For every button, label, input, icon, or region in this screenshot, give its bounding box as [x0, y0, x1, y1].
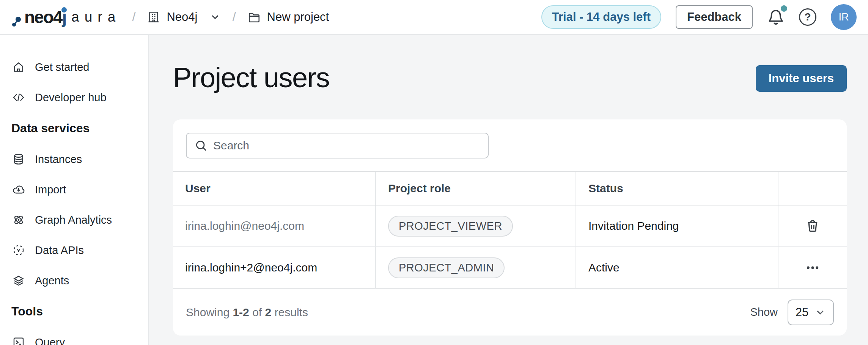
brand-product-label: aura	[71, 9, 121, 25]
sidebar-item-label: Import	[35, 183, 66, 196]
delete-user-button[interactable]	[805, 218, 821, 234]
sidebar-section-tools: Tools	[0, 296, 148, 327]
page-size-select[interactable]: 25	[788, 300, 834, 325]
neo4j-aura-console: neo4j aura / Neo4j / New project	[0, 0, 868, 345]
sidebar-item-developer-hub[interactable]: Developer hub	[0, 82, 148, 113]
topbar-actions: Trial - 14 days left Feedback ? IR	[541, 4, 857, 30]
role-badge: PROJECT_ADMIN	[388, 257, 505, 278]
status-cell: Invitation Pending	[576, 205, 778, 246]
search-input[interactable]	[213, 139, 480, 152]
main-content: Project users Invite users User	[149, 35, 868, 345]
help-icon[interactable]: ?	[799, 8, 816, 26]
sidebar-item-label: Instances	[35, 153, 82, 166]
breadcrumb-org-switcher[interactable]: Neo4j	[147, 10, 221, 24]
feedback-button[interactable]: Feedback	[676, 5, 753, 29]
table-row: irina.loghin@neo4j.com PROJECT_VIEWER In…	[173, 205, 847, 247]
database-icon	[12, 153, 25, 166]
api-icon	[12, 244, 25, 257]
status-cell: Active	[576, 247, 778, 288]
sidebar-item-label: Data APIs	[35, 244, 84, 257]
user-email: irina.loghin@neo4j.com	[173, 205, 375, 246]
trash-icon	[805, 218, 821, 234]
sidebar-item-graph-analytics[interactable]: Graph Analytics	[0, 205, 148, 235]
column-header-actions	[778, 172, 847, 205]
search-row	[173, 119, 847, 171]
role-cell: PROJECT_VIEWER	[375, 205, 576, 246]
top-bar: neo4j aura / Neo4j / New project	[0, 0, 868, 35]
app-body: Get started Developer hub Data services	[0, 35, 868, 345]
sidebar-item-agents[interactable]: Agents	[0, 265, 148, 296]
cloud-download-icon	[12, 183, 25, 196]
search-icon	[194, 139, 208, 152]
page-title: Project users	[173, 62, 847, 93]
terminal-icon	[12, 336, 25, 345]
show-label: Show	[750, 306, 778, 318]
sidebar-item-data-apis[interactable]: Data APIs	[0, 235, 148, 265]
table-header-row: User Project role Status	[173, 171, 847, 205]
search-box[interactable]	[186, 133, 489, 158]
layers-icon	[12, 274, 25, 287]
sidebar-section-data-services: Data services	[0, 113, 148, 144]
page-size-value: 25	[796, 306, 808, 319]
table-row: irina.loghin+2@neo4j.com PROJECT_ADMIN A…	[173, 247, 847, 289]
code-icon	[12, 91, 25, 104]
sidebar-item-get-started[interactable]: Get started	[0, 52, 148, 82]
sidebar: Get started Developer hub Data services	[0, 35, 149, 345]
invite-users-button[interactable]: Invite users	[756, 65, 847, 92]
sidebar-item-label: Graph Analytics	[35, 214, 112, 226]
atom-icon	[12, 213, 25, 226]
notifications-button[interactable]	[767, 8, 785, 27]
page-size-control: Show 25	[750, 300, 834, 325]
column-header-project-role: Project role	[375, 172, 576, 205]
chevron-down-icon[interactable]	[209, 11, 221, 23]
breadcrumb-separator: /	[232, 10, 236, 24]
column-header-user: User	[173, 172, 375, 205]
actions-cell	[778, 205, 847, 246]
trial-badge[interactable]: Trial - 14 days left	[541, 5, 661, 29]
ellipsis-icon	[805, 260, 820, 275]
row-menu-button[interactable]	[805, 260, 820, 275]
users-table: User Project role Status irina.loghin@ne…	[173, 171, 847, 336]
graph-dots-icon	[11, 11, 23, 28]
sidebar-item-label: Query	[35, 336, 65, 345]
sidebar-item-import[interactable]: Import	[0, 174, 148, 205]
project-users-card: User Project role Status irina.loghin@ne…	[173, 119, 847, 336]
brand-wordmark: neo4j	[24, 7, 66, 27]
role-badge: PROJECT_VIEWER	[388, 216, 513, 237]
breadcrumb-project[interactable]: New project	[247, 10, 329, 24]
results-summary: Showing 1-2 of 2 results	[186, 306, 308, 319]
home-icon	[12, 61, 25, 74]
role-cell: PROJECT_ADMIN	[375, 247, 576, 288]
actions-cell	[778, 247, 847, 288]
notification-dot	[781, 5, 787, 12]
table-footer: Showing 1-2 of 2 results Show 25	[173, 289, 847, 336]
breadcrumb-separator: /	[132, 10, 135, 24]
sidebar-item-instances[interactable]: Instances	[0, 144, 148, 174]
org-name: Neo4j	[167, 10, 197, 24]
user-email: irina.loghin+2@neo4j.com	[173, 247, 375, 288]
sidebar-item-query[interactable]: Query	[0, 327, 148, 345]
organization-icon	[147, 10, 160, 24]
neo4j-aura-logo[interactable]: neo4j aura	[11, 6, 121, 28]
project-name: New project	[267, 10, 329, 24]
sidebar-item-label: Agents	[35, 274, 69, 287]
chevron-down-icon	[815, 307, 826, 318]
column-header-status: Status	[576, 172, 778, 205]
folder-icon	[247, 10, 261, 24]
sidebar-item-label: Get started	[35, 61, 89, 74]
sidebar-item-label: Developer hub	[35, 91, 107, 104]
avatar[interactable]: IR	[831, 4, 857, 30]
